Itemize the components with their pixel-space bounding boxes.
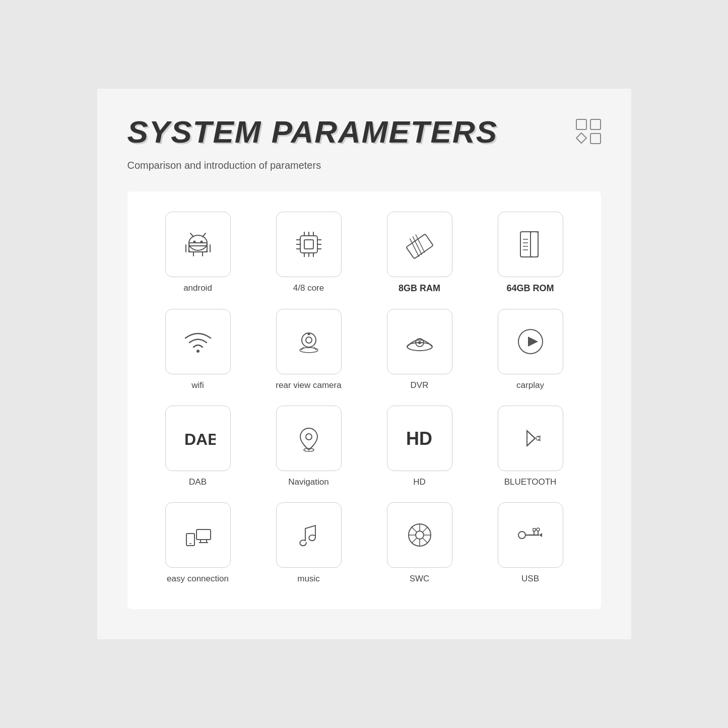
ram-icon: [402, 227, 437, 262]
usb-icon: [513, 517, 548, 553]
svg-line-54: [527, 431, 535, 438]
wifi-icon: [180, 324, 216, 359]
svg-rect-63: [196, 530, 211, 540]
dab-icon-box: DAB: [165, 406, 231, 471]
grid-item-dvr: DVR: [369, 309, 470, 390]
grid-item-bluetooth: BLUETOOTH: [480, 406, 581, 487]
ram-label: 8GB RAM: [399, 283, 440, 294]
navigation-label: Navigation: [288, 477, 328, 487]
carplay-icon: [513, 324, 548, 359]
svg-point-51: [306, 434, 312, 440]
swc-label: SWC: [410, 574, 430, 584]
svg-line-11: [203, 233, 206, 237]
grid-item-rearview: rear view camera: [258, 309, 359, 390]
grid-item-ram: 8GB RAM: [369, 212, 470, 294]
easyconnection-icon-box: [165, 502, 231, 568]
grid-item-hd: HD HD: [369, 406, 470, 487]
svg-marker-83: [539, 533, 542, 537]
svg-point-40: [306, 337, 312, 343]
wifi-icon-box: [165, 309, 231, 374]
rearview-label: rear view camera: [276, 380, 341, 390]
svg-rect-81: [533, 528, 536, 531]
top-icon: [576, 119, 601, 144]
grid-item-music: music: [258, 502, 359, 584]
ram-icon-box: [387, 212, 452, 277]
svg-rect-28: [406, 234, 433, 258]
svg-rect-2: [590, 134, 601, 144]
rom-label: 64GB ROM: [506, 283, 554, 294]
svg-point-82: [537, 528, 540, 531]
page-title: SYSTEM PARAMETERS: [127, 114, 601, 150]
dvr-icon-box: [387, 309, 452, 374]
hd-label: HD: [413, 477, 426, 487]
svg-line-55: [527, 438, 535, 446]
rom-icon-box: [498, 212, 563, 277]
rearview-icon-box: [276, 309, 342, 374]
dvr-icon: [402, 324, 437, 359]
grid-item-navigation: Navigation: [258, 406, 359, 487]
grid-item-rom: 64GB ROM: [480, 212, 581, 294]
svg-line-75: [423, 527, 428, 532]
grid-item-android: android: [148, 212, 248, 294]
bluetooth-label: BLUETOOTH: [504, 477, 557, 487]
swc-icon: [402, 517, 437, 553]
android-icon: [180, 227, 216, 262]
bluetooth-icon: [513, 421, 548, 456]
svg-rect-0: [576, 119, 586, 129]
svg-line-74: [423, 538, 428, 543]
carplay-label: carplay: [516, 380, 544, 390]
music-icon: [291, 517, 326, 553]
core-label: 4/8 core: [293, 283, 324, 293]
svg-rect-32: [520, 232, 538, 257]
music-label: music: [297, 574, 319, 584]
svg-rect-5: [189, 246, 207, 252]
svg-point-77: [518, 532, 525, 539]
bluetooth-icon-box: [498, 406, 563, 471]
white-card: android: [127, 191, 601, 609]
dab-label: DAB: [189, 477, 207, 487]
core-icon-box: [276, 212, 342, 277]
page-container: SYSTEM PARAMETERS Comparison and introdu…: [97, 89, 631, 639]
svg-point-47: [418, 341, 421, 344]
android-label: android: [183, 283, 212, 293]
svg-line-76: [412, 538, 417, 543]
svg-line-73: [412, 527, 417, 532]
grid-item-dab: DAB DAB: [148, 406, 248, 487]
svg-rect-15: [304, 240, 313, 249]
usb-icon-box: [498, 502, 563, 568]
dvr-label: DVR: [411, 380, 429, 390]
svg-point-13: [200, 241, 203, 243]
grid-item-usb: USB: [480, 502, 581, 584]
music-icon-box: [276, 502, 342, 568]
swc-icon-box: [387, 502, 452, 568]
grid-item-easyconnection: easy connection: [148, 502, 248, 584]
hd-icon-box: HD: [387, 406, 452, 471]
android-icon-box: [165, 212, 231, 277]
svg-point-12: [193, 241, 195, 243]
subtitle: Comparison and introduction of parameter…: [127, 160, 601, 171]
navigation-icon-box: [276, 406, 342, 471]
wifi-label: wifi: [191, 380, 204, 390]
header-area: SYSTEM PARAMETERS: [127, 114, 601, 150]
easyconnection-icon: [180, 517, 216, 553]
svg-point-68: [416, 531, 424, 539]
svg-line-10: [190, 233, 193, 237]
svg-rect-1: [590, 119, 601, 129]
rom-icon: [513, 227, 548, 262]
svg-rect-14: [300, 236, 317, 253]
svg-marker-49: [528, 337, 538, 347]
svg-text:DAB: DAB: [184, 430, 216, 448]
carplay-icon-box: [498, 309, 563, 374]
dab-icon: DAB: [180, 421, 216, 456]
grid-item-swc: SWC: [369, 502, 470, 584]
grid-item-carplay: carplay: [480, 309, 581, 390]
easyconnection-label: easy connection: [167, 574, 229, 584]
core-icon: [291, 227, 326, 262]
parameters-grid: android: [148, 212, 581, 584]
grid-item-core: 4/8 core: [258, 212, 359, 294]
hd-icon: HD: [402, 421, 437, 456]
rearview-icon: [291, 324, 326, 359]
svg-point-44: [307, 333, 310, 336]
svg-rect-33: [531, 232, 538, 257]
usb-label: USB: [521, 574, 539, 584]
